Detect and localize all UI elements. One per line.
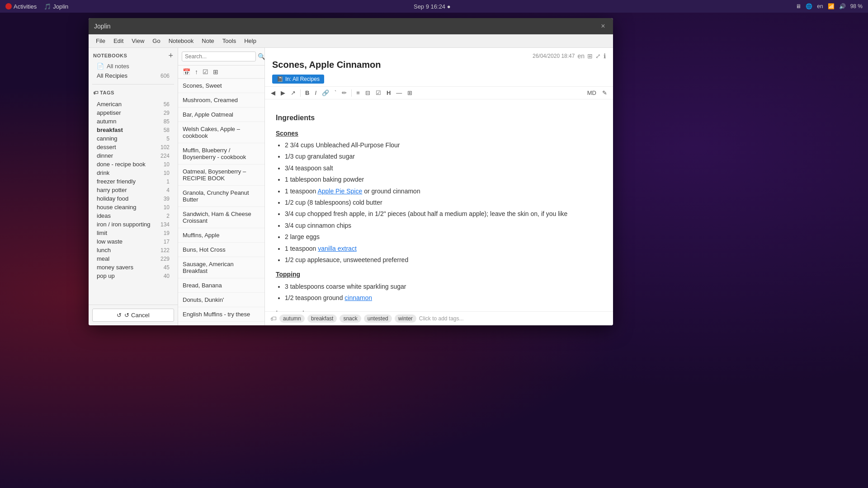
note-item-mushroom[interactable]: Mushroom, Creamed [178,93,264,108]
tag-pop-up[interactable]: pop up 40 [89,272,178,280]
heading-button[interactable]: H [384,89,393,97]
joplin-app-button[interactable]: 🎵 Joplin [44,3,68,10]
all-notes-item[interactable]: 📄 All notes [93,61,173,71]
tag-limit[interactable]: limit 19 [89,229,178,237]
note-item-muffin-blueberry[interactable]: Muffin, Blueberry / Boysenberry - cookbo… [178,143,264,164]
tag-freezer-friendly[interactable]: freezer friendly 1 [89,177,178,186]
tag-breakfast[interactable]: breakfast 58 [89,126,178,134]
tag-appetiser[interactable]: appetiser 29 [89,108,178,117]
note-item-donuts[interactable]: Donuts, Dunkin' [178,293,264,307]
note-item-english-muffins[interactable]: English Muffins - try these [178,307,264,322]
tag-harry-potter[interactable]: harry potter 4 [89,186,178,194]
tag-money-savers[interactable]: money savers 45 [89,263,178,272]
grid-view-button[interactable]: ⊞ [211,67,220,76]
topping-item: 3 tablespoons coarse white sparkling sug… [285,282,602,291]
activities-button[interactable]: Activities [5,3,37,10]
search-button[interactable]: 🔍 [258,53,265,60]
tag-snack-badge[interactable]: snack [340,314,361,323]
dot-label: ● [447,3,451,10]
editor-tags: 🏷 autumn breakfast snack untested winter… [265,311,613,325]
tag-lunch[interactable]: lunch 122 [89,246,178,254]
preview-button[interactable]: ✎ [600,89,609,97]
calendar-view-button[interactable]: 📅 [181,67,192,76]
menu-help[interactable]: Help [241,37,260,45]
menu-notebook[interactable]: Notebook [165,37,198,45]
note-item-bread-banana[interactable]: Bread, Banana [178,278,264,293]
menu-go[interactable]: Go [149,37,164,45]
tag-meal[interactable]: meal 229 [89,254,178,263]
apple-pie-spice-link[interactable]: Apple Pie Spice [317,188,362,195]
note-item-welsh-cakes[interactable]: Welsh Cakes, Apple – cookbook [178,122,264,143]
tag-done-recipe-book[interactable]: done - recipe book 10 [89,160,178,169]
tag-dinner[interactable]: dinner 224 [89,151,178,160]
note-item-granola[interactable]: Granola, Crunchy Peanut Butter [178,186,264,207]
info-button[interactable]: ℹ [604,52,606,60]
bullet-list-button[interactable]: ≡ [354,89,362,97]
note-item-bar[interactable]: Bar, Apple Oatmeal [178,108,264,122]
numbered-list-button[interactable]: ⊟ [363,89,373,97]
tag-ideas[interactable]: ideas 2 [89,211,178,220]
all-recipes-notebook[interactable]: All Recipies 606 [93,71,173,80]
language-button[interactable]: en [577,52,585,60]
inline-code-button[interactable]: ` [332,89,339,97]
markdown-view-button[interactable]: MD [585,89,599,97]
tag-dessert[interactable]: dessert 102 [89,143,178,151]
bold-button[interactable]: B [303,89,311,97]
tag-iron-iron-supporting[interactable]: iron / iron supporting 134 [89,220,178,229]
menu-note[interactable]: Note [198,37,217,45]
layout-button[interactable]: ⊞ [587,52,593,60]
vanilla-extract-link[interactable]: vanilla extract [318,245,357,252]
tag-holiday-food[interactable]: holiday food 39 [89,194,178,203]
tag-untested-badge[interactable]: untested [364,314,392,323]
checklist-button[interactable]: ☑ [373,89,383,97]
notebook-badge[interactable]: 📓 In: All Recipes [272,75,324,84]
ingredient-item-apple-pie-spice: 1 teaspoon Apple Pie Spice or ground cin… [285,186,602,196]
tag-winter-badge[interactable]: winter [395,314,416,323]
menu-edit[interactable]: Edit [110,37,127,45]
expand-button[interactable]: ⤢ [595,52,601,60]
checkbox-view-button[interactable]: ☑ [201,67,210,76]
tag-american[interactable]: American 56 [89,100,178,108]
cancel-icon: ↺ [117,312,122,319]
ingredients-list: 2 3/4 cups Unbleached All-Purpose Flour … [276,140,602,265]
editor-header-actions: 26/04/2020 18:47 en ⊞ ⤢ ℹ [533,52,606,60]
ingredient-item: 3/4 cup chopped fresh apple, in 1/2" pie… [285,209,602,219]
note-item-muffins-apple[interactable]: Muffins, Apple [178,228,264,243]
menu-view[interactable]: View [128,37,148,45]
tag-autumn-badge[interactable]: autumn [279,314,305,323]
add-tags-button[interactable]: Click to add tags... [419,315,464,322]
window-title: Joplin [94,23,111,30]
note-item-oatmeal-boysenberry[interactable]: Oatmeal, Boysenberry – RECIPIE BOOK [178,164,264,186]
add-notebook-button[interactable]: + [168,52,173,60]
note-item-sandwich[interactable]: Sandwich, Ham & Cheese Croissant [178,207,264,228]
menu-tools[interactable]: Tools [219,37,240,45]
note-item-sausage[interactable]: Sausage, American Breakfast [178,257,264,278]
italic-button[interactable]: I [312,89,319,97]
note-item-scones-sweet[interactable]: Scones, Sweet [178,79,264,93]
horizontal-rule-button[interactable]: — [394,89,404,97]
tag-breakfast-badge[interactable]: breakfast [307,314,337,323]
ingredient-item: 1/2 cup (8 tablespoons) cold butter [285,197,602,207]
menu-file[interactable]: File [92,37,109,45]
link-button[interactable]: 🔗 [320,89,331,97]
tag-autumn[interactable]: autumn 85 [89,117,178,126]
tag-canning[interactable]: canning 5 [89,134,178,143]
search-input[interactable] [182,52,256,61]
tag-low-waste[interactable]: low waste 17 [89,237,178,246]
note-item-buns[interactable]: Buns, Hot Cross [178,243,264,257]
tag-house-cleaning[interactable]: house cleaning 10 [89,203,178,211]
external-link-button[interactable]: ↗ [288,89,298,97]
cancel-button[interactable]: ↺ ↺ Cancel [92,309,174,322]
sort-button[interactable]: ↑ [193,67,200,76]
cinnamon-link[interactable]: cinnamon [344,294,372,301]
tag-drink[interactable]: drink 10 [89,169,178,177]
tags-icon: 🏷 [270,315,277,322]
window-titlebar: Joplin × [89,18,613,34]
note-item-bread-english[interactable]: Bread, English Muffin [178,322,264,325]
notebooks-section: NOTEBOOKS + 📄 All notes All Recipies 606 [89,48,178,82]
forward-button[interactable]: ▶ [278,89,288,97]
highlight-button[interactable]: ✏ [340,89,349,97]
window-close-button[interactable]: × [599,22,608,31]
back-button[interactable]: ◀ [269,89,278,97]
insert-button[interactable]: ⊞ [405,89,415,97]
